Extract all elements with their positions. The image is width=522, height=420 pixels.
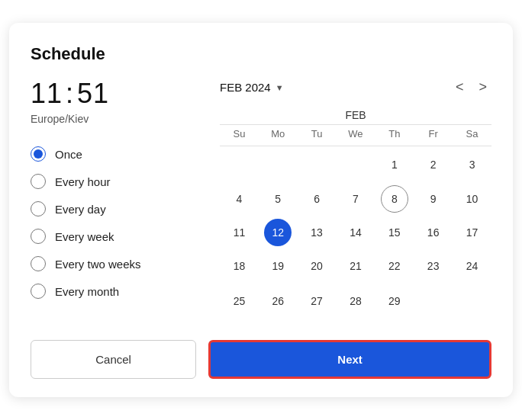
table-row[interactable]: 27 [298,283,337,319]
radio-input-every_day[interactable] [31,201,46,216]
radio-label-every_month: Every month [55,285,119,298]
calendar-grid: FEBSuMoTuWeThFrSa12345678910111213141516… [220,106,491,319]
cancel-button[interactable]: Cancel [31,340,196,379]
table-row [220,146,259,183]
table-row[interactable]: 22 [375,249,414,283]
schedule-option-every_two_weeks[interactable]: Every two weeks [31,250,198,277]
left-panel: 11 : 51 Europe/Kiev OnceEvery hourEvery … [31,78,198,319]
modal-title: Schedule [31,44,491,64]
weekday-header-mo: Mo [259,125,298,146]
table-row[interactable]: 9 [414,182,453,216]
table-row[interactable]: 2 [414,146,453,183]
table-row[interactable]: 24 [453,249,491,283]
table-row[interactable]: 19 [259,249,298,283]
schedule-modal: Schedule 11 : 51 Europe/Kiev OnceEvery h… [9,23,513,397]
radio-input-every_two_weeks[interactable] [31,256,46,271]
table-row[interactable]: 29 [375,283,414,319]
table-row[interactable]: 16 [414,216,453,249]
calendar-header: FEB 2024 ▼ < > [220,78,491,97]
radio-input-every_week[interactable] [31,229,46,244]
timezone-label: Europe/Kiev [31,113,198,125]
schedule-option-every_month[interactable]: Every month [31,277,198,305]
weekday-header-su: Su [220,125,259,146]
time-hours: 11 [31,78,63,110]
month-year-label: FEB 2024 [220,81,271,94]
month-year-selector[interactable]: FEB 2024 ▼ [220,81,284,94]
table-row [259,146,298,183]
radio-label-every_hour: Every hour [55,175,111,188]
calendar-nav: < > [451,78,491,97]
schedule-option-every_hour[interactable]: Every hour [31,168,198,195]
table-row[interactable]: 8 [375,182,414,216]
table-row[interactable]: 20 [298,249,337,283]
table-row[interactable]: 21 [337,249,375,283]
table-row[interactable]: 26 [259,283,298,319]
table-row[interactable]: 23 [414,249,453,283]
table-row[interactable]: 6 [298,182,337,216]
dropdown-arrow-icon: ▼ [276,83,284,92]
table-row[interactable]: 15 [375,216,414,249]
footer: Cancel Next [31,340,491,379]
table-row[interactable]: 11 [220,216,259,249]
table-row [337,146,375,183]
table-row[interactable]: 1 [375,146,414,183]
table-row[interactable]: 7 [337,182,375,216]
time-colon: : [66,78,74,110]
table-row[interactable]: 13 [298,216,337,249]
table-row[interactable]: 3 [453,146,491,183]
next-button[interactable]: Next [208,340,491,379]
weekday-header-th: Th [375,125,414,146]
table-row [414,283,453,319]
content-row: 11 : 51 Europe/Kiev OnceEvery hourEvery … [31,78,491,319]
calendar-month-label: FEB [220,106,491,125]
table-row[interactable]: 18 [220,249,259,283]
schedule-option-every_day[interactable]: Every day [31,195,198,223]
weekday-header-fr: Fr [414,125,453,146]
schedule-radio-group: OnceEvery hourEvery dayEvery weekEvery t… [31,140,198,305]
table-row[interactable]: 5 [259,182,298,216]
prev-month-button[interactable]: < [451,78,469,97]
table-row[interactable]: 4 [220,182,259,216]
weekday-header-we: We [337,125,375,146]
table-row [298,146,337,183]
time-minutes: 51 [77,78,109,110]
table-row[interactable]: 14 [337,216,375,249]
table-row[interactable]: 28 [337,283,375,319]
weekday-header-sa: Sa [453,125,491,146]
weekday-header-tu: Tu [298,125,337,146]
radio-label-every_week: Every week [55,230,114,243]
radio-label-once: Once [55,148,82,161]
radio-input-every_month[interactable] [31,284,46,299]
next-month-button[interactable]: > [474,78,491,97]
table-row[interactable]: 17 [453,216,491,249]
table-row[interactable]: 25 [220,283,259,319]
calendar-panel: FEB 2024 ▼ < > FEBSuMoTuWeThFrSa12345678… [220,78,491,319]
radio-input-every_hour[interactable] [31,174,46,189]
schedule-option-once[interactable]: Once [31,140,198,168]
schedule-option-every_week[interactable]: Every week [31,223,198,250]
radio-input-once[interactable] [31,146,46,162]
table-row [453,283,491,319]
table-row[interactable]: 10 [453,182,491,216]
radio-label-every_day: Every day [55,203,106,216]
time-display: 11 : 51 [31,78,198,110]
table-row[interactable]: 12 [259,216,298,249]
radio-label-every_two_weeks: Every two weeks [55,258,141,271]
